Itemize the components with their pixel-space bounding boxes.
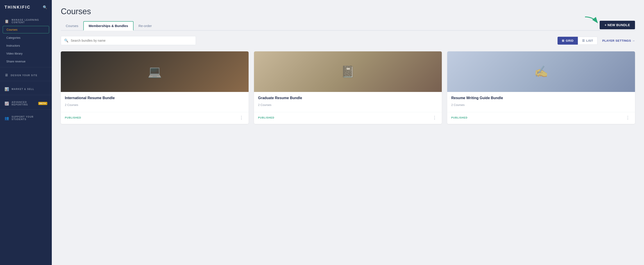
bundle-card-image-2 — [447, 51, 635, 92]
player-settings-link[interactable]: PLAYER SETTINGS → — [602, 39, 635, 42]
sidebar-item-categories[interactable]: Categories — [0, 34, 52, 42]
new-bundle-button[interactable]: + NEW BUNDLE — [600, 21, 635, 29]
beta-badge: BETA — [38, 102, 47, 105]
section-market-sell[interactable]: 📊 MARKET & SELL — [0, 83, 52, 93]
page-title: Courses — [61, 7, 635, 16]
bundle-card-2: Resume Writing Guide Bundle 2 Courses PU… — [447, 51, 635, 124]
bundle-name-2: Resume Writing Guide Bundle — [451, 96, 631, 100]
bundle-courses-1: 2 Courses — [258, 103, 438, 107]
bundle-card-footer-1: PUBLISHED ⋮ — [254, 112, 442, 124]
divider-4 — [0, 110, 52, 110]
sidebar-item-instructors[interactable]: Instructors — [0, 42, 52, 50]
tabs-row: Courses Memberships & Bundles Re-order — [61, 21, 635, 31]
bundle-courses-2: 2 Courses — [451, 103, 631, 107]
sidebar: THINKIFIC 🔍 📋 MANAGE LEARNING CONTENT Co… — [0, 0, 52, 265]
divider-2 — [0, 81, 52, 81]
bundle-card-body-0: International Resume Bundle 2 Courses — [61, 92, 248, 112]
grid-view-button[interactable]: ⊞ GRID — [558, 37, 578, 45]
divider-3 — [0, 95, 52, 95]
section-support-students[interactable]: 👥 SUPPORT YOUR STUDENTS — [0, 112, 52, 122]
bundle-card-image-1 — [254, 51, 442, 92]
market-sell-icon: 📊 — [4, 87, 10, 91]
support-students-icon: 👥 — [4, 116, 10, 120]
section-manage-learning: 📋 MANAGE LEARNING CONTENT — [0, 15, 52, 26]
bundle-card-footer-0: PUBLISHED ⋮ — [61, 112, 248, 124]
published-badge-2: PUBLISHED — [451, 116, 468, 119]
bundles-grid: International Resume Bundle 2 Courses PU… — [61, 51, 635, 124]
bundle-card-body-2: Resume Writing Guide Bundle 2 Courses — [447, 92, 635, 112]
design-site-icon: 🖥 — [4, 73, 8, 77]
list-icon: ☰ — [582, 39, 585, 42]
tab-reorder[interactable]: Re-order — [134, 22, 157, 31]
more-menu-icon-1[interactable]: ⋮ — [432, 114, 438, 121]
search-icon[interactable]: 🔍 — [43, 5, 47, 10]
sidebar-item-video-library[interactable]: Video library — [0, 50, 52, 58]
view-controls: ⊞ GRID ☰ LIST PLAYER SETTINGS → — [558, 37, 635, 45]
manage-learning-icon: 📋 — [4, 19, 10, 24]
bundle-card-1: Graduate Resume Bundle 2 Courses PUBLISH… — [254, 51, 442, 124]
section-advanced-reporting[interactable]: 📈 ADVANCED REPORTING BETA — [0, 97, 52, 108]
bundle-name-1: Graduate Resume Bundle — [258, 96, 438, 100]
section-design-site[interactable]: 🖥 DESIGN YOUR SITE — [0, 69, 52, 79]
tab-courses[interactable]: Courses — [61, 22, 83, 31]
search-wrap: 🔍 — [61, 36, 196, 45]
search-input[interactable] — [71, 36, 192, 45]
published-badge-1: PUBLISHED — [258, 116, 274, 119]
bundle-card-body-1: Graduate Resume Bundle 2 Courses — [254, 92, 442, 112]
divider-1 — [0, 67, 52, 67]
more-menu-icon-2[interactable]: ⋮ — [625, 114, 631, 121]
toolbar-row: 🔍 ⊞ GRID ☰ LIST PLAYER SETTINGS → — [61, 36, 635, 45]
bundle-card-0: International Resume Bundle 2 Courses PU… — [61, 51, 248, 124]
advanced-reporting-icon: 📈 — [4, 101, 10, 106]
list-view-button[interactable]: ☰ LIST — [578, 37, 598, 45]
sidebar-logo: THINKIFIC 🔍 — [0, 0, 52, 15]
main-content: Courses Courses Memberships & Bundles Re… — [52, 0, 644, 265]
more-menu-icon-0[interactable]: ⋮ — [238, 114, 244, 121]
bundle-name-0: International Resume Bundle — [65, 96, 244, 100]
bundle-card-footer-2: PUBLISHED ⋮ — [447, 112, 635, 124]
tab-memberships-bundles[interactable]: Memberships & Bundles — [83, 21, 134, 31]
bundle-card-image-0 — [61, 51, 248, 92]
grid-icon: ⊞ — [562, 39, 564, 42]
arrow-pointer — [584, 16, 600, 24]
published-badge-0: PUBLISHED — [65, 116, 81, 119]
sidebar-item-courses[interactable]: Courses — [3, 26, 49, 33]
sidebar-item-share-revenue[interactable]: Share revenue — [0, 58, 52, 65]
search-icon: 🔍 — [64, 39, 68, 43]
new-bundle-wrapper: + NEW BUNDLE — [600, 21, 635, 29]
app-logo: THINKIFIC — [4, 5, 30, 10]
bundle-courses-0: 2 Courses — [65, 103, 244, 107]
